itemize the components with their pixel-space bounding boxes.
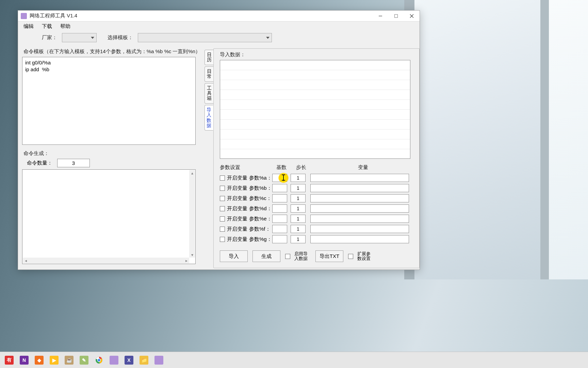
enable-var-label: 开启变量 bbox=[227, 175, 249, 181]
scrollbar-vertical[interactable]: ▴ ▾ bbox=[189, 170, 195, 258]
chevron-down-icon bbox=[91, 37, 94, 39]
scroll-left-icon[interactable]: ◂ bbox=[23, 258, 29, 263]
template-textarea[interactable]: int g0/0/%a ip add %b bbox=[22, 57, 196, 145]
base-input[interactable] bbox=[272, 174, 287, 182]
enable-var-checkbox[interactable] bbox=[220, 186, 225, 191]
base-input[interactable] bbox=[272, 194, 287, 202]
minimize-icon bbox=[378, 14, 382, 18]
param-name-label: 参数%f： bbox=[249, 226, 272, 232]
param-row: 开启变量参数%e： bbox=[220, 214, 415, 224]
taskbar-app-icon[interactable]: ◆ bbox=[33, 354, 46, 367]
variable-input[interactable] bbox=[310, 194, 409, 202]
param-name-label: 参数%e： bbox=[249, 216, 272, 222]
tab-toolbox[interactable]: 工具箱 bbox=[205, 83, 213, 104]
variable-input[interactable] bbox=[310, 225, 409, 233]
enable-var-label: 开启变量 bbox=[227, 216, 249, 222]
step-input[interactable] bbox=[291, 174, 306, 182]
step-input[interactable] bbox=[291, 225, 306, 233]
template-combo[interactable] bbox=[138, 33, 272, 42]
vendor-combo[interactable] bbox=[62, 33, 97, 42]
import-data-grid[interactable] bbox=[220, 60, 410, 159]
window-title: 网络工程师工具 V1.4 bbox=[30, 13, 373, 19]
extend-params-label: 扩展参数设置 bbox=[357, 251, 374, 261]
taskbar-app-icon[interactable]: 📁 bbox=[137, 354, 150, 367]
import-button[interactable]: 导入 bbox=[220, 250, 248, 262]
variable-input[interactable] bbox=[310, 174, 409, 182]
template-caption: 命令模板（在下方输入模板，支持14个参数，格式为：%a %b %c 一直到%n） bbox=[23, 48, 202, 55]
taskbar-app-icon[interactable] bbox=[152, 354, 165, 367]
bottom-button-row: 导入 生成 启用导入数据 导出TXT 扩展参数设置 bbox=[220, 250, 415, 262]
step-input[interactable] bbox=[291, 194, 306, 202]
step-input[interactable] bbox=[291, 235, 306, 243]
step-input[interactable] bbox=[291, 215, 306, 223]
param-name-label: 参数%b： bbox=[249, 185, 272, 191]
output-textarea[interactable]: ▴ ▾ ◂ ▸ bbox=[22, 169, 196, 264]
taskbar-app-icon[interactable]: ☕ bbox=[63, 354, 76, 367]
qty-label: 命令数量： bbox=[27, 160, 52, 166]
tab-calendar[interactable]: 日历 bbox=[205, 50, 213, 65]
enable-import-check[interactable]: 启用导入数据 bbox=[285, 251, 311, 261]
step-input[interactable] bbox=[291, 204, 306, 213]
enable-var-checkbox[interactable] bbox=[220, 175, 225, 181]
close-button[interactable] bbox=[404, 11, 420, 21]
enable-var-checkbox[interactable] bbox=[220, 216, 225, 221]
step-input[interactable] bbox=[291, 184, 306, 192]
enable-var-label: 开启变量 bbox=[227, 205, 249, 212]
taskbar-app-icon[interactable]: X bbox=[122, 354, 135, 367]
enable-var-label: 开启变量 bbox=[227, 185, 249, 191]
scroll-up-icon[interactable]: ▴ bbox=[189, 170, 195, 176]
minimize-button[interactable] bbox=[373, 11, 388, 21]
checkbox-icon[interactable] bbox=[285, 254, 290, 259]
param-row: 开启变量参数%a： bbox=[220, 173, 415, 183]
menu-help[interactable]: 帮助 bbox=[57, 22, 74, 30]
taskbar-app-icon[interactable]: 有 bbox=[3, 354, 16, 367]
scroll-right-icon[interactable]: ▸ bbox=[183, 258, 189, 263]
scrollbar-horizontal[interactable]: ◂ ▸ bbox=[23, 258, 189, 263]
maximize-icon bbox=[394, 14, 398, 18]
enable-var-label: 开启变量 bbox=[227, 236, 249, 243]
base-input[interactable] bbox=[272, 184, 287, 192]
header-param-set: 参数设置 bbox=[220, 164, 272, 171]
variable-input[interactable] bbox=[310, 215, 409, 223]
export-txt-button[interactable]: 导出TXT bbox=[315, 250, 343, 262]
scroll-down-icon[interactable]: ▾ bbox=[189, 252, 195, 258]
taskbar-app-icon[interactable] bbox=[93, 354, 105, 367]
taskbar[interactable]: 有N◆▶☕✎X📁 bbox=[0, 352, 588, 368]
taskbar-app-icon[interactable]: ✎ bbox=[78, 354, 91, 367]
enable-var-label: 开启变量 bbox=[227, 195, 249, 202]
base-input[interactable] bbox=[272, 225, 287, 233]
taskbar-app-icon[interactable] bbox=[108, 354, 120, 367]
maximize-button[interactable] bbox=[388, 11, 404, 21]
qty-input[interactable] bbox=[57, 159, 90, 167]
base-input[interactable] bbox=[272, 215, 287, 223]
variable-input[interactable] bbox=[310, 235, 409, 243]
variable-input[interactable] bbox=[310, 204, 409, 213]
param-row: 开启变量参数%g： bbox=[220, 234, 415, 244]
tab-import-data[interactable]: 导入数据 bbox=[205, 105, 213, 131]
enable-var-checkbox[interactable] bbox=[220, 227, 225, 232]
taskbar-app-icon[interactable]: ▶ bbox=[48, 354, 61, 367]
titlebar[interactable]: 网络工程师工具 V1.4 bbox=[18, 11, 420, 21]
base-input[interactable] bbox=[272, 204, 287, 213]
param-name-label: 参数%a： bbox=[249, 175, 272, 181]
checkbox-icon[interactable] bbox=[348, 254, 353, 259]
header-base: 基数 bbox=[272, 164, 291, 171]
param-row: 开启变量参数%b： bbox=[220, 183, 415, 193]
menubar: 编辑 下载 帮助 bbox=[18, 21, 420, 31]
svg-rect-1 bbox=[395, 14, 398, 17]
tab-daily[interactable]: 日常 bbox=[205, 66, 213, 82]
taskbar-app-icon[interactable]: N bbox=[18, 354, 31, 367]
enable-var-checkbox[interactable] bbox=[220, 237, 225, 242]
right-panel: 导入数据： 参数设置 基数 步长 变量 开启变量参数%a：开启变量参数%b：开启… bbox=[213, 48, 420, 268]
generate-button[interactable]: 生成 bbox=[252, 250, 280, 262]
extend-params-check[interactable]: 扩展参数设置 bbox=[348, 251, 374, 261]
param-row: 开启变量参数%c： bbox=[220, 193, 415, 203]
menu-edit[interactable]: 编辑 bbox=[20, 22, 37, 30]
enable-var-checkbox[interactable] bbox=[220, 196, 225, 201]
side-tabs: 日历 日常 工具箱 导入数据 bbox=[205, 50, 213, 132]
menu-download[interactable]: 下载 bbox=[38, 22, 55, 30]
param-row: 开启变量参数%f： bbox=[220, 224, 415, 234]
enable-var-checkbox[interactable] bbox=[220, 206, 225, 211]
variable-input[interactable] bbox=[310, 184, 409, 192]
base-input[interactable] bbox=[272, 235, 287, 243]
